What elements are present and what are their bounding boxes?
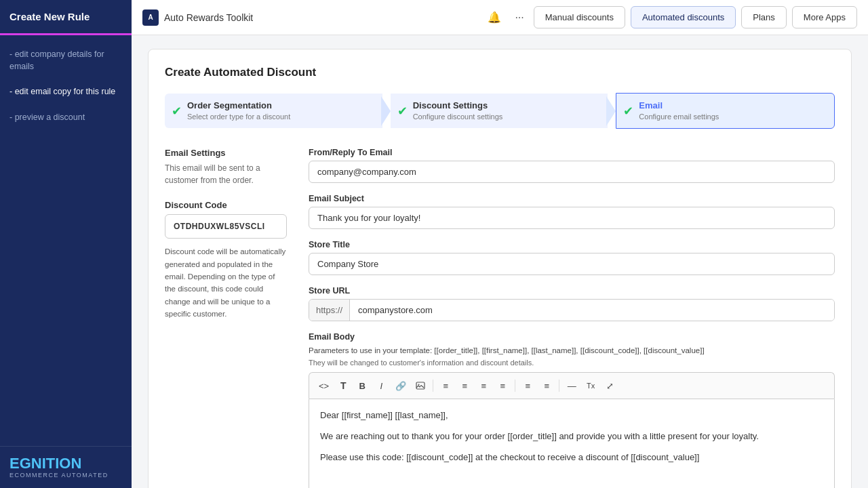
logo-gnition: GNITION (20, 455, 82, 472)
step-order-segmentation: ✔ Order Segmentation Select order type f… (165, 94, 382, 128)
more-button[interactable]: ··· (511, 9, 528, 26)
step2-title: Discount Settings (413, 100, 503, 112)
toolbar-sep-3 (559, 380, 559, 392)
step1-subtitle: Select order type for a discount (187, 112, 290, 121)
manual-discounts-button[interactable]: Manual discounts (534, 6, 625, 28)
editor-toolbar: <> T B I 🔗 ≡ ≡ ≡ ≡ (309, 372, 835, 399)
toolbar-indent-button[interactable]: ≡ (538, 377, 555, 394)
step-email: ✔ Email Configure email settings (616, 93, 835, 129)
store-title-label: Store Title (309, 240, 835, 249)
app-icon: A (142, 9, 159, 26)
content-area: Create Automated Discount ✔ Order Segmen… (132, 35, 868, 488)
discount-note: Discount code will be automatically gene… (165, 245, 287, 320)
discount-code-value: OTDHDUXWL85VSCLI (165, 214, 287, 239)
plans-button[interactable]: Plans (741, 6, 787, 28)
params-note: They will be changed to customer's infor… (309, 359, 835, 367)
form-right: From/Reply To Email Email Subject Store … (309, 148, 835, 488)
from-email-input[interactable] (309, 161, 835, 183)
toolbar-justify-button[interactable]: ≡ (494, 377, 511, 394)
toolbar-link-button[interactable]: 🔗 (391, 377, 410, 394)
email-body-editor[interactable]: Dear [[first_name]] [[last_name]], We ar… (309, 399, 835, 488)
card-title: Create Automated Discount (165, 66, 835, 79)
email-subject-group: Email Subject (309, 194, 835, 229)
logo-main: EGNITION (9, 456, 122, 471)
sidebar: Create New Rule - edit company details f… (0, 0, 132, 488)
step1-title: Order Segmentation (187, 100, 290, 112)
toolbar-code-button[interactable]: <> (315, 377, 333, 394)
form-left: Email Settings This email will be sent t… (165, 148, 287, 488)
logo-sub: ECOMMERCE AUTOMATED (9, 472, 122, 479)
toolbar-format-button[interactable]: T (334, 377, 352, 394)
steps-bar: ✔ Order Segmentation Select order type f… (165, 93, 835, 129)
email-body-label: Email Body (309, 332, 835, 342)
topbar-actions: 🔔 ··· Manual discounts Automated discoun… (484, 6, 857, 28)
sidebar-item-edit-company[interactable]: - edit company details for emails (0, 42, 132, 79)
editor-para-1: Dear [[first_name]] [[last_name]], (320, 409, 823, 423)
sidebar-logo: EGNITION ECOMMERCE AUTOMATED (9, 456, 122, 479)
form-layout: Email Settings This email will be sent t… (165, 148, 835, 488)
step2-check-icon: ✔ (397, 104, 408, 119)
step1-arrow (381, 96, 391, 126)
email-body-section: Email Body Parameters to use in your tem… (309, 332, 835, 488)
step1-check-icon: ✔ (172, 104, 182, 119)
toolbar-align-right-button[interactable]: ≡ (475, 377, 492, 394)
automated-discounts-button[interactable]: Automated discounts (631, 6, 736, 28)
from-email-group: From/Reply To Email (309, 148, 835, 183)
toolbar-align-left-button[interactable]: ≡ (437, 377, 454, 394)
step2-arrow (606, 96, 616, 126)
store-url-group: Store URL https:// (309, 286, 835, 321)
create-discount-card: Create Automated Discount ✔ Order Segmen… (148, 49, 852, 488)
params-text: Parameters to use in your template: [[or… (309, 345, 835, 357)
main-area: A Auto Rewards Toolkit 🔔 ··· Manual disc… (132, 0, 868, 488)
more-apps-button[interactable]: More Apps (792, 6, 857, 28)
url-prefix: https:// (309, 300, 350, 321)
bell-button[interactable]: 🔔 (484, 8, 505, 26)
app-title: Auto Rewards Toolkit (164, 12, 478, 23)
topbar: A Auto Rewards Toolkit 🔔 ··· Manual disc… (132, 0, 868, 35)
store-url-label: Store URL (309, 286, 835, 296)
toolbar-image-button[interactable] (412, 377, 429, 394)
toolbar-italic-button[interactable]: I (372, 377, 390, 394)
step3-subtitle: Configure email settings (639, 112, 719, 121)
email-subject-input[interactable] (309, 207, 835, 229)
from-email-label: From/Reply To Email (309, 148, 835, 157)
svg-point-1 (418, 384, 420, 386)
logo-e: E (9, 455, 20, 472)
sidebar-item-edit-email[interactable]: - edit email copy for this rule (0, 79, 132, 105)
email-settings-label: Email Settings (165, 148, 287, 158)
step3-title: Email (639, 100, 719, 112)
toolbar-sep-2 (515, 380, 515, 392)
store-title-input[interactable] (309, 253, 835, 275)
toolbar-sep-1 (433, 380, 433, 392)
step2-subtitle: Configure discount settings (413, 112, 503, 121)
store-url-field: https:// (309, 299, 835, 321)
toolbar-clear-format-button[interactable]: Tx (582, 377, 599, 394)
email-subject-label: Email Subject (309, 194, 835, 203)
store-title-group: Store Title (309, 240, 835, 275)
toolbar-bold-button[interactable]: B (353, 377, 371, 394)
email-settings-desc: This email will be sent to a customer fr… (165, 162, 287, 186)
toolbar-fullscreen-button[interactable]: ⤢ (601, 377, 618, 394)
store-url-input[interactable] (350, 300, 834, 321)
toolbar-hr-button[interactable]: — (563, 377, 580, 394)
toolbar-align-center-button[interactable]: ≡ (456, 377, 473, 394)
sidebar-item-preview[interactable]: - preview a discount (0, 105, 132, 131)
editor-para-2: We are reaching out to thank you for you… (320, 430, 823, 444)
sidebar-nav: - edit company details for emails - edit… (0, 35, 132, 446)
step-discount-settings: ✔ Discount Settings Configure discount s… (391, 94, 608, 128)
toolbar-list-button[interactable]: ≡ (519, 377, 536, 394)
discount-code-label: Discount Code (165, 200, 287, 210)
sidebar-title: Create New Rule (0, 0, 132, 35)
step3-check-icon: ✔ (623, 104, 633, 119)
editor-para-3: Please use this code: [[discount_code]] … (320, 451, 823, 465)
sidebar-footer: EGNITION ECOMMERCE AUTOMATED (0, 446, 132, 488)
